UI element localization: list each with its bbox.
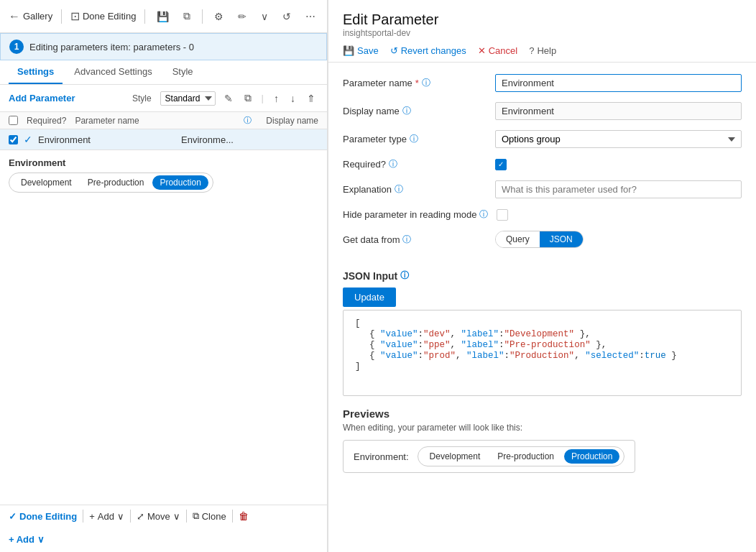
preview-box-label: Environment: <box>354 451 409 462</box>
copy-icon-button[interactable]: ⧉ <box>180 9 193 24</box>
required-checkbox[interactable]: ✓ <box>495 159 507 170</box>
footer-add-chevron: ∨ <box>37 534 45 545</box>
toolbar-divider-3 <box>202 9 203 24</box>
plus-icon: + <box>89 511 95 522</box>
params-table-header: Required? Parameter name ⓘ Display name <box>0 112 327 129</box>
up-icon-button[interactable]: ↑ <box>271 91 282 106</box>
get-data-info-icon[interactable]: ⓘ <box>402 234 411 246</box>
bottom-toolbar: ✓ Done Editing + Add ∨ ⤢ Move ∨ ⧉ Clone … <box>0 505 327 527</box>
clone-icon: ⧉ <box>193 510 199 522</box>
toggle-query[interactable]: Query <box>496 231 540 247</box>
right-toolbar: 💾 Save ↺ Revert changes ✕ Cancel ? Help <box>343 45 742 56</box>
footer-add-label: + Add <box>9 534 34 545</box>
cancel-button[interactable]: ✕ Cancel <box>478 45 517 56</box>
json-editor[interactable]: [ { "value":"dev", "label":"Development"… <box>343 310 742 396</box>
help-label: Help <box>537 45 556 56</box>
display-name-info-icon[interactable]: ⓘ <box>402 105 411 117</box>
required-info-icon[interactable]: ⓘ <box>389 158 397 170</box>
help-button[interactable]: ? Help <box>529 45 556 56</box>
edit-icon: ⊡ <box>70 9 80 23</box>
form-section: Parameter name * ⓘ Display name ⓘ Parame… <box>328 63 756 270</box>
chevron-down-icon-button[interactable]: ∨ <box>258 9 271 24</box>
pencil-icon-button[interactable]: ✏ <box>235 9 249 24</box>
refresh-icon-button[interactable]: ↺ <box>280 9 294 24</box>
clone-button[interactable]: ⧉ Clone <box>193 510 226 522</box>
param-name-header: Parameter name <box>75 116 238 126</box>
move-chevron-icon: ∨ <box>173 511 180 522</box>
param-name-input[interactable] <box>495 74 742 92</box>
table-row[interactable]: ✓ Environment Environme... <box>0 129 327 150</box>
add-chevron-icon: ∨ <box>117 511 124 522</box>
edit-icon-button[interactable]: ✎ <box>221 91 236 106</box>
revert-icon: ↺ <box>390 45 398 56</box>
tab-advanced-settings[interactable]: Advanced Settings <box>65 60 160 84</box>
delete-button[interactable]: 🗑 <box>239 510 249 522</box>
clone-label: Clone <box>202 511 226 522</box>
settings-tabs: Settings Advanced Settings Style <box>0 60 327 85</box>
param-type-select[interactable]: Options group Text Dropdown <box>495 130 742 148</box>
update-button[interactable]: Update <box>343 288 396 307</box>
save-icon-button[interactable]: 💾 <box>154 9 172 24</box>
required-header: Required? <box>27 116 66 126</box>
select-all-checkbox[interactable] <box>9 116 18 125</box>
environment-label: Environment <box>9 157 318 168</box>
row-checkbox[interactable] <box>9 135 18 144</box>
env-option-development[interactable]: Development <box>14 175 79 190</box>
explanation-info-icon[interactable]: ⓘ <box>395 183 403 196</box>
tab-style[interactable]: Style <box>164 60 202 84</box>
param-type-info-icon[interactable]: ⓘ <box>410 133 418 145</box>
json-section: JSON Input ⓘ Update [ { "value":"dev", "… <box>328 270 756 408</box>
more-icon-button[interactable]: ⋯ <box>303 9 318 24</box>
json-line-3: { "value":"ppe", "label":"Pre-production… <box>355 340 729 350</box>
revert-button[interactable]: ↺ Revert changes <box>390 45 466 56</box>
done-editing-toolbar-button[interactable]: ⊡ Done Editing <box>70 9 136 23</box>
style-label: Style <box>132 93 152 104</box>
param-type-row: Parameter type ⓘ Options group Text Drop… <box>343 130 742 148</box>
add-label: Add <box>98 511 114 522</box>
env-option-preproduction[interactable]: Pre-production <box>80 175 152 190</box>
display-name-label: Display name ⓘ <box>343 105 487 117</box>
preview-desc: When editing, your parameter will look l… <box>343 423 742 433</box>
preview-option-development[interactable]: Development <box>423 449 488 464</box>
toolbar-divider-2 <box>144 9 145 24</box>
param-name-info-icon[interactable]: ⓘ <box>422 77 430 89</box>
preview-option-production[interactable]: Production <box>564 449 619 464</box>
toggle-json[interactable]: JSON <box>540 231 583 247</box>
check-icon-done: ✓ <box>9 511 17 522</box>
help-icon: ? <box>529 45 534 56</box>
hide-param-info-icon[interactable]: ⓘ <box>479 208 488 221</box>
display-name-input[interactable] <box>495 102 742 120</box>
gear-icon-button[interactable]: ⚙ <box>211 9 226 24</box>
bottom-divider-1 <box>83 510 83 523</box>
json-line-1: [ <box>355 318 729 328</box>
footer-add[interactable]: + Add ∨ <box>0 527 327 552</box>
revert-label: Revert changes <box>401 45 466 56</box>
add-button[interactable]: + Add ∨ <box>89 511 124 522</box>
move-button[interactable]: ⤢ Move ∨ <box>137 511 180 522</box>
get-data-toggle: Query JSON <box>495 231 584 248</box>
toolbar: ← Gallery ⊡ Done Editing 💾 ⧉ ⚙ ✏ ∨ ↺ ⋯ <box>0 0 327 33</box>
preview-title: Previews <box>343 408 742 420</box>
env-option-production[interactable]: Production <box>152 175 208 190</box>
preview-box: Environment: Development Pre-production … <box>343 440 635 473</box>
tab-settings[interactable]: Settings <box>9 60 63 84</box>
down-icon-button[interactable]: ↓ <box>287 91 298 106</box>
move-up-top-icon-button[interactable]: ⇑ <box>304 91 318 106</box>
style-section: Add Parameter Style Standard Compact ✎ ⧉… <box>0 85 327 112</box>
toolbar-divider-1 <box>61 9 62 24</box>
explanation-input[interactable] <box>495 180 742 198</box>
hide-param-checkbox[interactable] <box>497 209 508 221</box>
save-button[interactable]: 💾 Save <box>343 45 379 56</box>
left-panel: ← Gallery ⊡ Done Editing 💾 ⧉ ⚙ ✏ ∨ ↺ ⋯ 1… <box>0 0 328 552</box>
gallery-button[interactable]: ← Gallery <box>9 10 52 23</box>
style-select[interactable]: Standard Compact <box>160 91 216 106</box>
edit-banner-text: Editing parameters item: parameters - 0 <box>29 42 194 52</box>
duplicate-icon-button[interactable]: ⧉ <box>241 91 254 106</box>
preview-option-preproduction[interactable]: Pre-production <box>490 449 561 464</box>
add-parameter-button[interactable]: Add Parameter <box>9 93 75 104</box>
hide-param-label: Hide parameter in reading mode ⓘ <box>343 208 488 221</box>
done-editing-button[interactable]: ✓ Done Editing <box>9 511 77 522</box>
move-icon: ⤢ <box>137 511 144 522</box>
json-label-info-icon[interactable]: ⓘ <box>400 270 409 282</box>
required-label: Required? ⓘ <box>343 158 487 170</box>
